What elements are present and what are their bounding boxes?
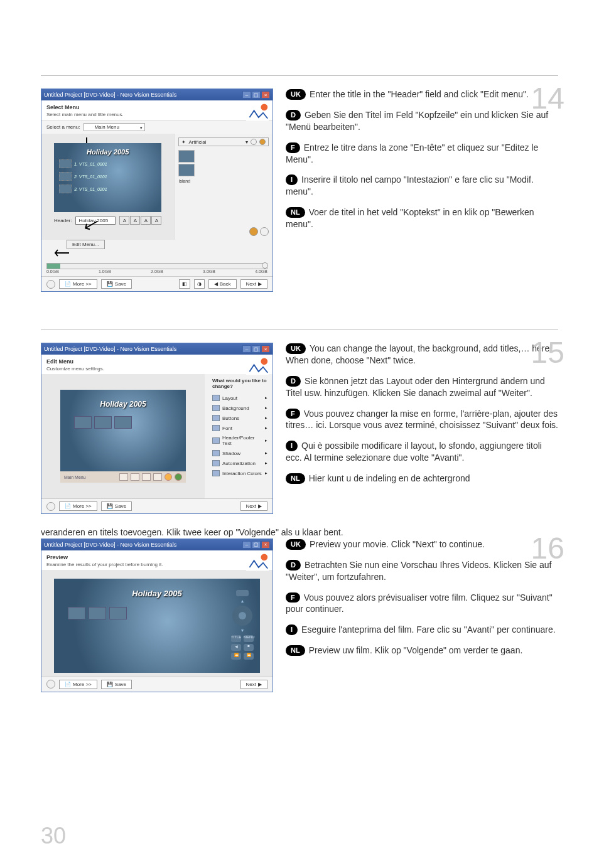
remote-dpad[interactable] [232,606,252,626]
tool-button[interactable] [131,473,139,481]
menu-preview-image: Holiday 2005 1. VTS_01_0001 2. VTS_01_01… [54,143,161,212]
font-button[interactable]: A [151,216,161,225]
svg-point-5 [261,554,267,560]
change-option-interaction-colors[interactable]: Interaction Colors▸ [212,468,267,478]
help-button[interactable] [46,280,55,289]
chevron-right-icon: ▸ [265,438,267,443]
template-thumb[interactable] [178,164,195,176]
lang-badge-d: D [286,560,301,571]
remote-menu-button[interactable] [236,590,249,596]
app-window-15: Untitled Project [DVD-Video] - Nero Visi… [41,343,273,514]
tool-button[interactable] [153,473,162,481]
lang-badge-f: F [286,142,300,153]
lang-badge-i: I [286,624,298,635]
section-title: Preview [46,554,267,560]
auto-icon [212,460,220,466]
more-button[interactable]: 📄 More >> [59,680,97,689]
save-button[interactable]: 💾 Save [101,680,132,689]
minimize-button[interactable]: – [242,91,251,99]
window-titlebar: Untitled Project [DVD-Video] - Nero Visi… [41,89,273,100]
maximize-button[interactable]: ▢ [252,541,261,549]
remote-ok-button[interactable] [239,612,246,619]
round-button[interactable] [165,473,172,481]
round-button[interactable] [249,227,258,236]
font-button[interactable]: A [130,216,140,225]
tool-button[interactable]: ◑ [194,279,205,289]
chevron-right-icon: ▸ [265,395,267,400]
window-title: Untitled Project [DVD-Video] - Nero Visi… [44,346,176,352]
star-icon: ✦ [181,139,186,145]
more-button[interactable]: 📄 More >> [59,279,97,289]
section-subtitle: Customize menu settings. [46,366,267,372]
step-15-section: Untitled Project [DVD-Video] - Nero Visi… [41,330,558,514]
next-button[interactable]: Next ▶ [240,501,267,511]
remote-rew-button[interactable]: ⏪ [231,653,241,660]
change-option-font[interactable]: Font▸ [212,423,267,433]
window-title: Untitled Project [DVD-Video] - Nero Visi… [44,92,176,98]
tool-button[interactable]: ◧ [179,279,190,289]
remote-prev-button[interactable]: ◀ [231,644,241,651]
window-header: Edit Menu Customize menu settings. [41,355,273,374]
maximize-button[interactable]: ▢ [252,345,261,353]
app-window-14: Untitled Project [DVD-Video] - Nero Visi… [41,88,273,292]
remote-submenu-button[interactable]: MENU [244,635,254,642]
close-button[interactable]: × [261,91,270,99]
more-button[interactable]: 📄 More >> [59,501,97,511]
nero-logo-icon [246,102,269,121]
back-button[interactable]: ◀ Back [208,279,237,289]
chevron-down-icon: ▾ [140,126,143,131]
change-option-shadow[interactable]: Shadow▸ [212,448,267,458]
remote-fwd-button[interactable]: ⏩ [244,653,254,660]
tool-button[interactable] [119,473,128,481]
help-button[interactable] [46,502,55,511]
window-titlebar: Untitled Project [DVD-Video] - Nero Visi… [41,539,273,550]
round-button[interactable] [260,227,269,236]
header-label: Header: [54,218,72,223]
lang-badge-uk: UK [286,539,306,550]
maximize-button[interactable]: ▢ [252,91,261,99]
save-button[interactable]: 💾 Save [101,279,132,289]
minimize-button[interactable]: – [242,541,251,549]
font-icon [212,425,220,431]
window-controls: – ▢ × [242,91,270,99]
next-button[interactable]: Next ▶ [240,279,267,289]
svg-point-1 [261,104,267,110]
template-thumb[interactable] [178,150,195,163]
close-button[interactable]: × [261,345,270,353]
text-icon [212,437,220,444]
main-menu-label: Main Menu [64,475,86,480]
capacity-labels: 0.0GB 1.0GB 2.0GB 3.0GB 4.0GB [41,269,273,276]
lang-badge-d: D [286,376,301,387]
change-option-layout[interactable]: Layout▸ [212,393,267,403]
change-option-automatization[interactable]: Automatization▸ [212,458,267,468]
template-category-dropdown[interactable]: ✦ Artificial ▾ [178,137,269,146]
minimize-button[interactable]: – [242,345,251,353]
window-body: Holiday 2005 1. VTS_01_0001 2. VTS_01_01… [41,134,273,240]
font-button[interactable]: A [119,216,129,225]
capacity-bar [46,263,267,269]
lang-badge-f: F [286,592,300,603]
instructions-15-wrap: veranderen en titels toevoegen. Klik twe… [41,527,558,538]
remote-up-icon: ▴ [241,598,244,604]
chapter-thumb [74,416,92,429]
remote-title-button[interactable]: TITLE [231,635,241,642]
tool-button[interactable] [142,473,151,481]
save-button[interactable]: 💾 Save [101,501,132,511]
lang-badge-i: I [286,441,298,451]
remote-play-button[interactable]: ■ [244,644,254,651]
change-option-background[interactable]: Background▸ [212,403,267,413]
change-option-header-footer[interactable]: Header/Footer Text▸ [212,433,267,448]
window-header: Preview Examine the results of your proj… [41,550,273,570]
round-button[interactable] [175,473,182,481]
font-button[interactable]: A [141,216,151,225]
app-window-16: Untitled Project [DVD-Video] - Nero Visi… [41,538,273,692]
info-icon [262,262,268,269]
edit-menu-button[interactable]: Edit Menu... [67,240,105,249]
change-option-buttons[interactable]: Buttons▸ [212,413,267,423]
close-button[interactable]: × [261,541,270,549]
lang-badge-uk: UK [286,343,306,354]
menu-dropdown[interactable]: Main Menu ▾ [84,123,145,131]
next-button[interactable]: Next ▶ [240,680,267,689]
preview-toolbar: Main Menu [60,471,186,483]
help-button[interactable] [46,680,55,689]
